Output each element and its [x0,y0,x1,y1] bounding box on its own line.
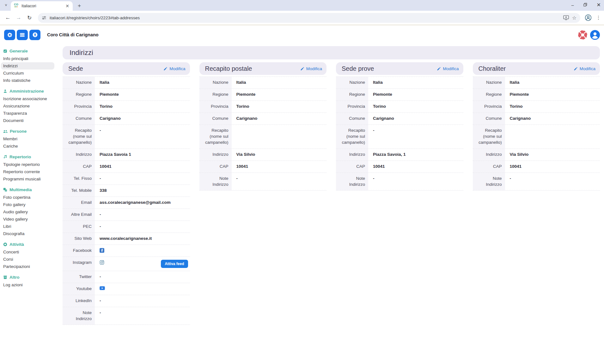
address-cards: SedeModificaNazioneItaliaRegionePiemonte… [63,62,600,325]
field-label: Comune [199,113,232,124]
window-close-button[interactable]: ✕ [597,2,601,8]
bookmark-star-icon[interactable]: ☆ [572,15,577,21]
sidebar-item-foto-gallery[interactable]: Foto gallery [3,201,57,208]
field-label: Regione [336,89,368,100]
address-bar[interactable]: italiacori.it/registries/choirs/2223#tab… [38,13,580,23]
help-lifering-icon[interactable] [578,30,588,40]
sidebar-item-foto-copertina[interactable]: Foto copertina [3,194,57,201]
field-label: LinkedIn [63,295,95,307]
person-icon [3,89,7,93]
field-value-text: - [100,310,101,316]
sidebar-item-membri[interactable]: Membri [3,135,57,143]
sidebar-item-discografia[interactable]: Discografia [3,230,57,237]
sidebar-section-repertorio: RepertorioTipologie repertorioRepertorio… [3,155,57,183]
sidebar-section-multimedia: MultimediaFoto copertinaFoto galleryAudi… [3,187,57,237]
settings-button[interactable] [4,30,15,40]
field-value-text: Carignano [236,116,258,122]
user-avatar-icon[interactable] [590,30,600,40]
field-value: ass.coralecarignanese@gmail.com [95,197,190,209]
sidebar-item-tipologie-repertorio[interactable]: Tipologie repertorio [3,161,57,168]
reload-icon[interactable]: ↻ [25,13,34,22]
field-value-text: Carignano [100,116,121,122]
field-value-text: Piazza Savoia, 1 [373,152,406,158]
youtube-icon[interactable] [100,286,105,290]
browser-profile-icon[interactable] [585,14,592,21]
sidebar-item-video-gallery[interactable]: Video gallery [3,215,57,223]
sidebar-item-log-azioni[interactable]: Log azioni [3,281,57,288]
sidebar-item-corsi[interactable]: Corsi [3,256,57,263]
new-tab-button[interactable]: ＋ [75,1,83,9]
modifica-button[interactable]: Modifica [437,66,459,71]
field-value: - [368,125,463,149]
field-value-text: www.coralecarignanese.it [100,236,152,242]
window-minimize-button[interactable]: – [571,3,574,8]
sidebar-item-partecipazioni[interactable]: Partecipazioni [3,263,57,270]
url-text[interactable]: italiacori.it/registries/choirs/2223#tab… [50,15,560,20]
field-label: Email [63,197,95,209]
site-settings-icon[interactable] [42,15,46,20]
arrow-up-circle-icon [32,32,38,38]
modifica-button[interactable]: Modifica [574,66,595,71]
back-icon[interactable]: ← [3,13,13,22]
field-value-text: Piazza Savoia 1 [100,152,131,158]
modifica-button[interactable]: Modifica [300,66,322,71]
sidebar-item-indirizzi[interactable]: Indirizzi [1,62,54,70]
forward-icon[interactable]: → [14,13,23,22]
field-value-text: 10041 [100,164,112,170]
menu-button[interactable] [17,30,28,40]
field-row-tel-fisso: Tel. Fisso- [63,173,190,185]
field-value: - [95,173,190,185]
field-value: Via Silvio [232,149,327,161]
sidebar-item-iscrizione-associazione[interactable]: Iscrizione associazione [3,95,57,102]
field-label: Indirizzo [473,149,505,161]
field-label: Provincia [63,101,95,112]
sidebar-item-audio-gallery[interactable]: Audio gallery [3,208,57,215]
sidebar-item-repertorio-corrente[interactable]: Repertorio corrente [3,168,57,175]
instagram-icon[interactable] [100,260,104,265]
field-row-indirizzo: IndirizzoPiazza Savoia, 1 [336,149,463,161]
field-label: Indirizzo [63,149,95,161]
field-value-text: Torino [510,104,523,110]
field-row-indirizzo: IndirizzoPiazza Savoia 1 [63,149,190,161]
sidebar-section-label: Altro [9,275,20,280]
field-row-comune: ComuneCarignano [63,113,190,125]
sidebar-item-programmi-musicali[interactable]: Programmi musicali [3,175,57,183]
address-card-sede: SedeModificaNazioneItaliaRegionePiemonte… [63,62,190,325]
sidebar-item-documenti[interactable]: Documenti [3,117,57,124]
sidebar-item-cariche[interactable]: Cariche [3,143,57,150]
sidebar-section-header: Multimedia [3,187,57,192]
sidebar-section-header: Amministrazione [3,89,57,94]
tab-close-icon[interactable]: ✕ [64,3,70,9]
field-row-nazione: NazioneItalia [473,77,600,89]
browser-tab[interactable]: CO Italiacori ✕ [11,1,73,11]
field-value-text: - [100,274,101,280]
sidebar-item-curriculum[interactable]: Curriculum [3,70,57,77]
facebook-icon[interactable] [100,248,104,253]
field-value-text: 10041 [236,164,248,170]
modifica-button[interactable]: Modifica [163,66,185,71]
sidebar-item-concerti[interactable]: Concerti [3,248,57,256]
browser-menu-icon[interactable]: ⋮ [596,15,601,21]
attiva-feed-button[interactable]: Attiva feed [161,260,188,268]
field-value: Torino [232,101,327,112]
tab-title: Italiacori [21,4,62,8]
install-app-icon[interactable] [563,15,569,20]
tab-search-icon[interactable]: ˅ [2,1,10,9]
window-restore-button[interactable] [583,3,587,8]
field-label: Note Indirizzo [199,173,232,191]
field-value: Carignano [368,113,463,124]
modifica-label: Modifica [580,66,595,71]
upload-button[interactable] [29,30,40,40]
page-title: Indirizzi [63,46,600,59]
sidebar-item-assicurazione[interactable]: Assicurazione [3,102,57,110]
field-row-youtube: Youtube [63,283,190,295]
sidebar-item-trasparenza[interactable]: Trasparenza [3,110,57,117]
field-value-text: Piemonte [510,92,529,98]
sidebar-item-libri[interactable]: Libri [3,223,57,230]
field-value: Carignano [505,113,600,124]
field-label: Note Indirizzo [473,173,505,191]
field-value: - [95,125,190,149]
field-value-text: - [100,176,101,182]
sidebar-item-info-statistiche[interactable]: Info statistiche [3,77,57,84]
sidebar-item-info-principali[interactable]: Info principali [3,55,57,62]
